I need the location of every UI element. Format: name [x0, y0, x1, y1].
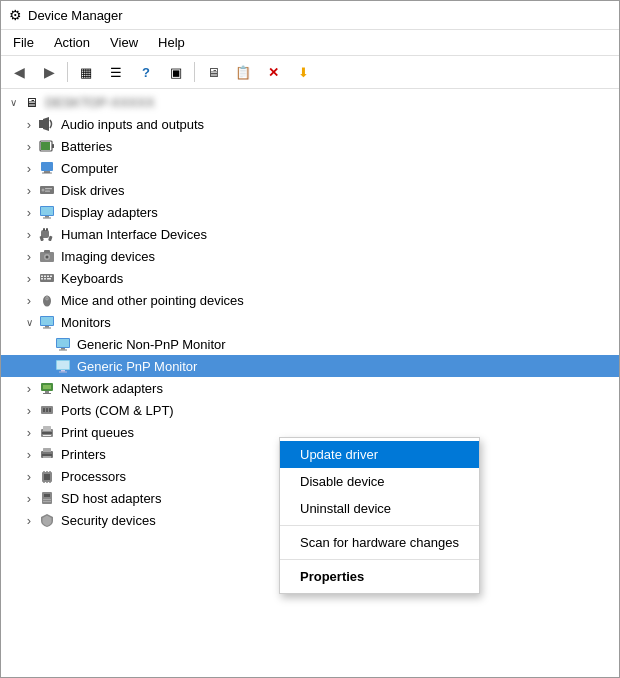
- svg-rect-41: [57, 339, 69, 347]
- svg-rect-73: [44, 494, 50, 497]
- hid-label: Human Interface Devices: [61, 227, 615, 242]
- menu-file[interactable]: File: [5, 32, 42, 53]
- toolbar-screen-button[interactable]: 🖥: [199, 59, 227, 85]
- help-icon: ?: [142, 65, 150, 80]
- svg-rect-42: [61, 348, 65, 350]
- audio-icon: [37, 116, 57, 132]
- hid-icon: [37, 226, 57, 242]
- forward-icon: ▶: [44, 64, 55, 80]
- sd-expander[interactable]: [21, 490, 37, 506]
- svg-rect-74: [43, 499, 51, 500]
- imaging-icon: [37, 248, 57, 264]
- computer-label: Computer: [61, 161, 615, 176]
- context-menu-disable-device[interactable]: Disable device: [280, 468, 479, 495]
- nonpnp-monitor-icon: [53, 336, 73, 352]
- toolbar-view1-button[interactable]: ▦: [72, 59, 100, 85]
- mice-expander[interactable]: [21, 292, 37, 308]
- toolbar-remove-button[interactable]: ✕: [259, 59, 287, 85]
- disk-expander[interactable]: [21, 182, 37, 198]
- mice-icon: [37, 292, 57, 308]
- toolbar-forward-button[interactable]: ▶: [35, 59, 63, 85]
- title-bar: ⚙ Device Manager: [1, 1, 619, 30]
- root-label: DESKTOP-XXXXX: [45, 95, 615, 110]
- list-item[interactable]: Computer: [1, 157, 619, 179]
- list-item[interactable]: Mice and other pointing devices: [1, 289, 619, 311]
- display-label: Display adapters: [61, 205, 615, 220]
- network-expander[interactable]: [21, 380, 37, 396]
- display-expander[interactable]: [21, 204, 37, 220]
- printq-expander[interactable]: [21, 424, 37, 440]
- list-item[interactable]: Human Interface Devices: [1, 223, 619, 245]
- toolbar-help-button[interactable]: ?: [132, 59, 160, 85]
- list-item[interactable]: Audio inputs and outputs: [1, 113, 619, 135]
- toolbar-back-button[interactable]: ◀: [5, 59, 33, 85]
- context-menu-update-driver[interactable]: Update driver: [280, 441, 479, 468]
- audio-expander[interactable]: [21, 116, 37, 132]
- computer-expander[interactable]: [21, 160, 37, 176]
- root-expander[interactable]: [5, 94, 21, 110]
- list-item[interactable]: Display adapters: [1, 201, 619, 223]
- svg-rect-61: [43, 448, 51, 452]
- toolbar-update-button[interactable]: 📋: [229, 59, 257, 85]
- menu-view[interactable]: View: [102, 32, 146, 53]
- processors-expander[interactable]: [21, 468, 37, 484]
- security-icon: [37, 512, 57, 528]
- toolbar-view2-button[interactable]: ☰: [102, 59, 130, 85]
- back-icon: ◀: [14, 64, 25, 80]
- monitors-label: Monitors: [61, 315, 615, 330]
- sd-icon: [37, 490, 57, 506]
- toolbar-download-button[interactable]: ⬇: [289, 59, 317, 85]
- hid-expander[interactable]: [21, 226, 37, 242]
- batteries-label: Batteries: [61, 139, 615, 154]
- list-item[interactable]: Imaging devices: [1, 245, 619, 267]
- svg-rect-28: [47, 276, 49, 278]
- ports-expander[interactable]: [21, 402, 37, 418]
- svg-rect-11: [45, 191, 50, 192]
- security-expander[interactable]: [21, 512, 37, 528]
- svg-rect-5: [41, 162, 53, 171]
- svg-rect-3: [52, 144, 54, 148]
- svg-rect-72: [42, 492, 52, 504]
- svg-rect-50: [45, 391, 49, 393]
- svg-rect-0: [39, 120, 43, 128]
- update-icon: 📋: [235, 65, 251, 80]
- svg-rect-31: [44, 278, 46, 280]
- imaging-label: Imaging devices: [61, 249, 615, 264]
- display-icon: [37, 204, 57, 220]
- menu-bar: File Action View Help: [1, 30, 619, 56]
- keyboards-expander[interactable]: [21, 270, 37, 286]
- menu-action[interactable]: Action: [46, 32, 98, 53]
- audio-label: Audio inputs and outputs: [61, 117, 615, 132]
- list-item[interactable]: Keyboards: [1, 267, 619, 289]
- context-menu-scan-changes[interactable]: Scan for hardware changes: [280, 529, 479, 556]
- list-item[interactable]: Generic PnP Monitor: [1, 355, 619, 377]
- svg-rect-18: [46, 228, 48, 231]
- view1-icon: ▦: [80, 65, 92, 80]
- toolbar-view3-button[interactable]: ▣: [162, 59, 190, 85]
- monitors-expander[interactable]: [21, 314, 37, 330]
- pnp-monitor-icon: [53, 358, 73, 374]
- batteries-expander[interactable]: [21, 138, 37, 154]
- svg-point-9: [42, 189, 45, 192]
- list-item[interactable]: Network adapters: [1, 377, 619, 399]
- ports-label: Ports (COM & LPT): [61, 403, 615, 418]
- disk-icon: [37, 182, 57, 198]
- view2-icon: ☰: [110, 65, 122, 80]
- screen-icon: 🖥: [207, 65, 220, 80]
- list-item[interactable]: Ports (COM & LPT): [1, 399, 619, 421]
- nonpnp-label: Generic Non-PnP Monitor: [77, 337, 615, 352]
- list-item[interactable]: Generic Non-PnP Monitor: [1, 333, 619, 355]
- printers-expander[interactable]: [21, 446, 37, 462]
- tree-root[interactable]: 🖥 DESKTOP-XXXXX: [1, 91, 619, 113]
- svg-rect-17: [43, 228, 45, 231]
- pnp-label: Generic PnP Monitor: [77, 359, 615, 374]
- context-menu-uninstall-device[interactable]: Uninstall device: [280, 495, 479, 522]
- menu-help[interactable]: Help: [150, 32, 193, 53]
- imaging-expander[interactable]: [21, 248, 37, 264]
- list-item[interactable]: Monitors: [1, 311, 619, 333]
- context-menu-properties[interactable]: Properties: [280, 563, 479, 590]
- list-item[interactable]: Disk drives: [1, 179, 619, 201]
- list-item[interactable]: Batteries: [1, 135, 619, 157]
- title-bar-text: Device Manager: [28, 8, 123, 23]
- svg-rect-49: [43, 385, 51, 389]
